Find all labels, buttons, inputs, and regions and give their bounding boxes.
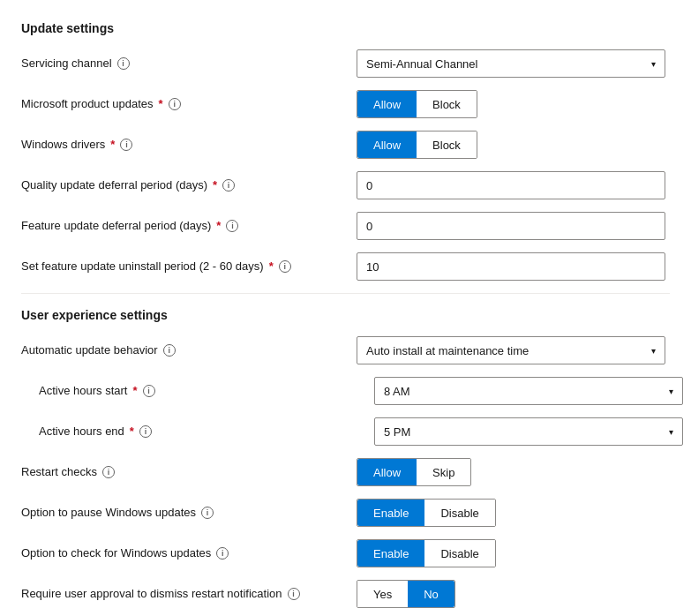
pause-updates-info-icon[interactable]: i — [201, 507, 214, 519]
active-hours-end-row: Active hours end * i 5 PM ▾ — [21, 417, 670, 446]
restart-checks-toggle: Allow Skip — [357, 458, 471, 486]
active-hours-end-dropdown[interactable]: 5 PM ▾ — [374, 417, 683, 446]
uninstall-period-info-icon[interactable]: i — [279, 260, 291, 273]
microsoft-product-updates-block-btn[interactable]: Block — [417, 91, 477, 117]
microsoft-product-updates-allow-btn[interactable]: Allow — [357, 91, 417, 117]
microsoft-product-updates-info-icon[interactable]: i — [169, 98, 181, 110]
active-hours-end-info-icon[interactable]: i — [139, 425, 152, 438]
user-approval-row: Require user approval to dismiss restart… — [21, 580, 670, 608]
windows-drivers-row: Windows drivers * i Allow Block — [21, 131, 670, 159]
uninstall-period-control: 10 — [348, 252, 670, 281]
auto-update-behavior-label: Automatic update behavior i — [21, 342, 348, 358]
user-approval-control: Yes No — [348, 580, 670, 608]
restart-checks-info-icon[interactable]: i — [102, 466, 115, 478]
servicing-channel-value: Semi-Annual Channel — [366, 57, 477, 71]
pause-updates-toggle: Enable Disable — [357, 499, 496, 527]
active-hours-end-label: Active hours end * i — [39, 424, 365, 439]
pause-updates-enable-btn[interactable]: Enable — [357, 500, 424, 526]
servicing-channel-arrow-icon: ▾ — [651, 59, 656, 69]
servicing-channel-dropdown[interactable]: Semi-Annual Channel ▾ — [357, 49, 665, 78]
check-updates-disable-btn[interactable]: Disable — [424, 540, 494, 567]
microsoft-product-updates-toggle: Allow Block — [357, 90, 477, 118]
restart-checks-control: Allow Skip — [348, 458, 670, 486]
uninstall-period-value: 10 — [366, 260, 379, 274]
restart-checks-row: Restart checks i Allow Skip — [21, 458, 670, 486]
pause-updates-label: Option to pause Windows updates i — [21, 505, 348, 521]
update-settings-title: Update settings — [21, 21, 670, 35]
check-updates-label: Option to check for Windows updates i — [21, 545, 348, 561]
auto-update-behavior-control: Auto install at maintenance time ▾ — [348, 336, 670, 364]
pause-updates-text: Option to pause Windows updates — [21, 505, 196, 521]
restart-checks-text: Restart checks — [21, 464, 97, 480]
feature-deferral-value: 0 — [366, 220, 372, 233]
check-updates-control: Enable Disable — [348, 539, 670, 567]
uninstall-period-row: Set feature update uninstall period (2 -… — [21, 252, 670, 281]
pause-updates-row: Option to pause Windows updates i Enable… — [21, 499, 670, 527]
auto-update-behavior-row: Automatic update behavior i Auto install… — [21, 336, 670, 364]
servicing-channel-label: Servicing channel i — [21, 56, 348, 71]
quality-deferral-info-icon[interactable]: i — [222, 179, 235, 192]
feature-deferral-row: Feature update deferral period (days) * … — [21, 212, 670, 240]
check-updates-info-icon[interactable]: i — [216, 547, 229, 560]
auto-update-behavior-text: Automatic update behavior — [21, 342, 158, 358]
windows-drivers-control: Allow Block — [348, 131, 670, 159]
active-hours-start-label: Active hours start * i — [39, 383, 365, 399]
active-hours-end-control: 5 PM ▾ — [365, 417, 683, 446]
user-approval-label: Require user approval to dismiss restart… — [21, 586, 348, 602]
windows-drivers-text: Windows drivers — [21, 137, 105, 153]
restart-checks-label: Restart checks i — [21, 464, 348, 480]
microsoft-product-updates-row: Microsoft product updates * i Allow Bloc… — [21, 90, 670, 118]
auto-update-behavior-dropdown[interactable]: Auto install at maintenance time ▾ — [357, 336, 665, 364]
quality-deferral-value: 0 — [366, 179, 372, 192]
pause-updates-disable-btn[interactable]: Disable — [424, 500, 494, 526]
user-approval-info-icon[interactable]: i — [288, 588, 300, 600]
pause-updates-control: Enable Disable — [348, 499, 670, 527]
quality-deferral-input[interactable]: 0 — [357, 171, 665, 199]
user-approval-toggle: Yes No — [357, 580, 455, 608]
feature-deferral-input[interactable]: 0 — [357, 212, 665, 240]
microsoft-product-updates-label: Microsoft product updates * i — [21, 96, 348, 112]
active-hours-start-info-icon[interactable]: i — [143, 385, 155, 397]
user-experience-section: User experience settings Automatic updat… — [21, 308, 670, 616]
feature-deferral-control: 0 — [348, 212, 670, 240]
uninstall-period-input[interactable]: 10 — [357, 252, 665, 281]
microsoft-product-updates-control: Allow Block — [348, 90, 670, 118]
user-experience-title: User experience settings — [21, 308, 670, 322]
windows-drivers-block-btn[interactable]: Block — [417, 131, 477, 158]
feature-deferral-info-icon[interactable]: i — [226, 220, 238, 232]
servicing-channel-row: Servicing channel i Semi-Annual Channel … — [21, 49, 670, 78]
quality-deferral-label: Quality update deferral period (days) * … — [21, 177, 348, 193]
servicing-channel-text: Servicing channel — [21, 56, 112, 71]
active-hours-start-dropdown[interactable]: 8 AM ▾ — [374, 377, 683, 405]
user-approval-no-btn[interactable]: No — [408, 581, 454, 607]
user-approval-text: Require user approval to dismiss restart… — [21, 586, 282, 602]
user-approval-yes-btn[interactable]: Yes — [357, 581, 408, 607]
auto-update-behavior-arrow-icon: ▾ — [651, 346, 656, 356]
active-hours-start-arrow-icon: ▾ — [669, 387, 673, 396]
microsoft-product-updates-text: Microsoft product updates — [21, 96, 154, 112]
quality-deferral-text: Quality update deferral period (days) — [21, 177, 207, 193]
servicing-channel-info-icon[interactable]: i — [117, 57, 130, 70]
feature-deferral-text: Feature update deferral period (days) — [21, 218, 211, 234]
windows-drivers-info-icon[interactable]: i — [120, 139, 132, 151]
windows-drivers-allow-btn[interactable]: Allow — [357, 131, 417, 158]
restart-checks-skip-btn[interactable]: Skip — [417, 459, 470, 485]
auto-update-behavior-info-icon[interactable]: i — [163, 344, 176, 357]
restart-checks-allow-btn[interactable]: Allow — [357, 459, 417, 485]
active-hours-start-row: Active hours start * i 8 AM ▾ — [21, 377, 670, 405]
update-settings-section: Update settings Servicing channel i Semi… — [21, 21, 670, 281]
active-hours-start-value: 8 AM — [384, 385, 410, 398]
check-updates-text: Option to check for Windows updates — [21, 545, 211, 561]
check-updates-enable-btn[interactable]: Enable — [357, 540, 424, 567]
servicing-channel-control: Semi-Annual Channel ▾ — [348, 49, 670, 78]
active-hours-end-value: 5 PM — [384, 425, 410, 439]
windows-drivers-toggle: Allow Block — [357, 131, 477, 159]
auto-update-behavior-value: Auto install at maintenance time — [366, 344, 529, 357]
active-hours-end-text: Active hours end — [39, 424, 124, 439]
uninstall-period-text: Set feature update uninstall period (2 -… — [21, 259, 264, 274]
active-hours-start-text: Active hours start — [39, 383, 127, 399]
quality-deferral-row: Quality update deferral period (days) * … — [21, 171, 670, 199]
feature-deferral-label: Feature update deferral period (days) * … — [21, 218, 348, 234]
check-updates-toggle: Enable Disable — [357, 539, 496, 567]
active-hours-end-arrow-icon: ▾ — [669, 427, 673, 437]
